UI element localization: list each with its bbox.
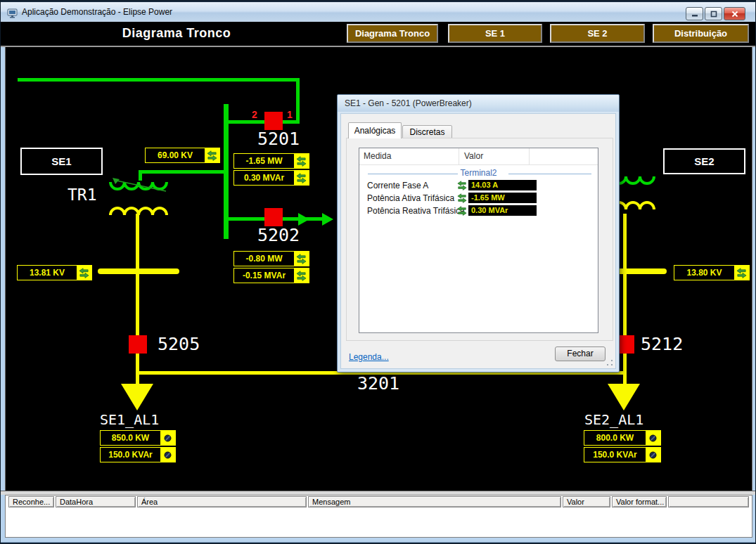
measure-name: Corrente Fase A — [367, 181, 428, 190]
breaker-5202[interactable] — [264, 208, 283, 226]
measurement-se1-al1-kvar[interactable]: 150.0 KVAr — [100, 447, 176, 462]
breaker-5205[interactable] — [129, 335, 147, 354]
measurement-se2-kv[interactable]: 13.80 KV — [674, 265, 750, 280]
measurement-se2-al1-kw[interactable]: 800.0 KW — [584, 430, 661, 446]
measurement-se1-al1-kw[interactable]: 850.0 KW — [100, 430, 176, 446]
group-label-terminal2: Terminal2 — [359, 168, 598, 178]
nav-button-distribuicao[interactable]: Distribuição — [653, 24, 749, 43]
line-3201-label: 3201 — [336, 373, 421, 394]
breaker-5201[interactable] — [264, 112, 283, 130]
breaker-5202-label: 5202 — [252, 225, 305, 245]
nav-button-diagrama-tronco[interactable]: Diagrama Tronco — [347, 24, 438, 43]
alarm-col-valor-format[interactable]: Valor format... — [612, 496, 667, 507]
line-tr1-top — [139, 170, 229, 174]
exchange-arrows-icon — [294, 154, 309, 168]
measure-value: -1.65 MW — [468, 193, 537, 203]
alarm-col-valor[interactable]: Valor — [563, 496, 610, 507]
resize-grip[interactable] — [606, 359, 613, 366]
measurement-value: 800.0 KW — [584, 431, 646, 445]
breaker-5212-label: 5212 — [641, 334, 683, 354]
feeder-se2-al1-label: SE2_AL1 — [584, 411, 643, 428]
flow-arrow-icon — [322, 213, 333, 226]
measure-value: 0.30 MVAr — [468, 205, 537, 216]
transformer-tr1-label: TR1 — [68, 186, 97, 204]
line-feeder-right — [623, 214, 627, 387]
tab-page-analogicas: Medida Valor Terminal2 Corrente Fase A 1… — [346, 138, 613, 341]
measurement-value: -1.65 MW — [234, 154, 294, 168]
measurement-5201-mw[interactable]: -1.65 MW — [233, 153, 309, 169]
maximize-button[interactable] — [705, 7, 722, 20]
busbar-13kv-se1 — [98, 268, 179, 274]
line-5202-left — [224, 217, 265, 221]
minimize-button[interactable] — [686, 7, 703, 20]
feeder-arrow-se1-al1 — [121, 384, 153, 410]
column-header-blank[interactable] — [530, 148, 598, 164]
page-title: Diagrama Tronco — [92, 26, 261, 41]
line-5201-right — [283, 120, 300, 124]
group-rule-left — [368, 174, 458, 174]
station-se1-box[interactable]: SE1 — [20, 148, 103, 175]
line-69kv-top — [18, 78, 300, 82]
alarm-header-row: Reconhe... DataHora Área Mensagem Valor … — [6, 496, 752, 507]
nav-button-se1[interactable]: SE 1 — [448, 24, 542, 43]
measurement-value: 150.0 KVAr — [101, 448, 160, 462]
measurement-value: 850.0 KW — [101, 431, 160, 445]
feeder-arrow-se2-al1 — [608, 384, 640, 410]
flow-arrow-icon — [298, 213, 309, 226]
measure-name: Potência Ativa Trifásica — [367, 193, 454, 203]
measurement-se2-al1-kvar[interactable]: 150.0 KVAr — [584, 447, 661, 462]
measurement-value: 13.80 KV — [674, 266, 734, 280]
alarm-col-datahora[interactable]: DataHora — [56, 496, 136, 507]
feeder-se1-al1-label: SE1_AL1 — [100, 411, 159, 428]
exchange-arrows-icon — [294, 171, 309, 185]
dialog-client-area: Analógicas Discretas Medida Valor Termin… — [340, 113, 616, 369]
dialog-titlebar[interactable]: SE1 - Gen - 5201 (PowerBreaker) — [338, 95, 619, 112]
window-frame-right — [752, 47, 756, 491]
line-feeder-left — [136, 214, 139, 387]
fechar-button[interactable]: Fechar — [555, 347, 606, 361]
nav-button-se2[interactable]: SE 2 — [550, 24, 645, 43]
exchange-arrows-icon — [457, 193, 467, 203]
breaker-5201-label: 5201 — [252, 129, 305, 149]
screen-header: Diagrama Tronco Diagrama Tronco SE 1 SE … — [1, 22, 756, 47]
group-rule-right — [508, 174, 591, 174]
exchange-arrows-icon — [205, 148, 219, 162]
alarm-list-panel[interactable]: Reconhe... DataHora Área Mensagem Valor … — [5, 495, 752, 538]
measurement-5201-mvar[interactable]: 0.30 MVAr — [233, 170, 309, 186]
exchange-arrows-icon — [734, 266, 749, 280]
exchange-arrows-icon — [294, 252, 309, 266]
tab-analogicas[interactable]: Analógicas — [348, 122, 402, 138]
exchange-arrows-icon — [77, 266, 91, 280]
powerbreaker-dialog: SE1 - Gen - 5201 (PowerBreaker) Analógic… — [337, 94, 620, 373]
measurement-se1-kv[interactable]: 13.81 KV — [17, 265, 92, 280]
exchange-arrows-icon — [457, 206, 467, 216]
measurement-5202-mvar[interactable]: -0.15 MVAr — [233, 268, 309, 283]
breaker-5205-label: 5205 — [158, 334, 200, 354]
measurement-value: -0.80 MW — [234, 252, 294, 266]
measurement-value: 150.0 KVAr — [584, 448, 646, 462]
exchange-arrows-icon — [457, 181, 467, 190]
measurement-69kv[interactable]: 69.00 KV — [145, 148, 220, 163]
window-title: Aplicação Demonstração - Elipse Power — [22, 7, 172, 17]
line-5201-left — [224, 120, 265, 124]
measurement-value: 69.00 KV — [146, 148, 205, 162]
header-separator — [359, 164, 598, 165]
measurement-value: 13.81 KV — [18, 266, 77, 280]
alarm-col-area[interactable]: Área — [137, 496, 307, 507]
column-header-medida[interactable]: Medida — [359, 148, 459, 164]
alarm-col-mensagem[interactable]: Mensagem — [308, 496, 561, 507]
line-69kv-drop — [296, 78, 300, 123]
transformer-tr1-symbol[interactable] — [107, 176, 170, 219]
tab-discretas[interactable]: Discretas — [402, 125, 452, 138]
column-header-valor[interactable]: Valor — [460, 148, 530, 164]
close-button[interactable] — [724, 7, 745, 20]
legenda-link[interactable]: Legenda... — [349, 352, 389, 362]
breaker-5201-terminal1-label: 1 — [287, 109, 293, 120]
alarm-col-filler — [668, 496, 749, 507]
measurement-value: 0.30 MVAr — [234, 171, 294, 185]
measurement-list[interactable]: Medida Valor Terminal2 Corrente Fase A 1… — [359, 148, 598, 333]
alarm-col-reconhe[interactable]: Reconhe... — [8, 496, 54, 507]
measure-name: Potência Reativa Trifásica — [367, 206, 465, 216]
measurement-5202-mw[interactable]: -0.80 MW — [233, 251, 309, 266]
station-se2-box[interactable]: SE2 — [663, 148, 745, 174]
